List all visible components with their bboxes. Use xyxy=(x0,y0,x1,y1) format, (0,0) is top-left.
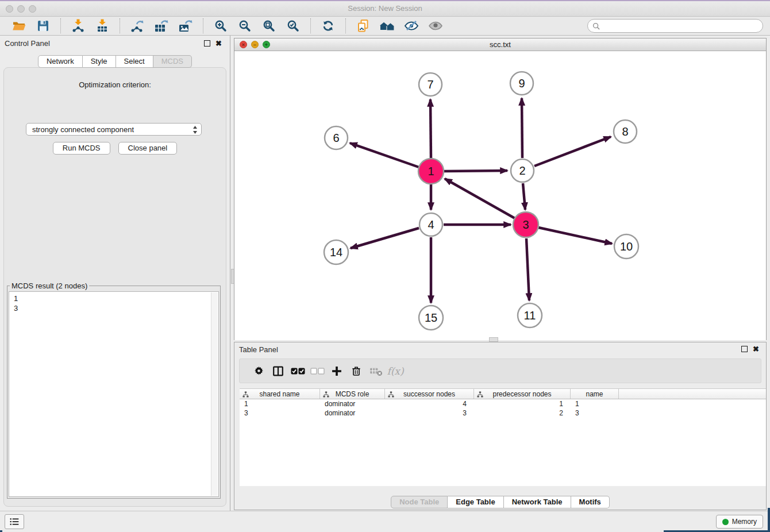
zoom-fit-button[interactable] xyxy=(260,18,278,34)
edge-3-1[interactable] xyxy=(445,179,515,218)
search-input[interactable] xyxy=(603,21,758,30)
svg-text:7: 7 xyxy=(427,78,433,91)
svg-text:11: 11 xyxy=(524,309,536,322)
column-tree-icon xyxy=(242,391,249,399)
zoom-out-button[interactable] xyxy=(236,18,254,34)
edge-2-9[interactable] xyxy=(522,98,522,158)
node-1[interactable]: 1 xyxy=(418,159,444,184)
cell-shared-name[interactable]: 3 xyxy=(240,408,320,418)
node-9[interactable]: 9 xyxy=(510,72,533,95)
network-close-button[interactable]: × xyxy=(240,41,247,48)
close-panel-button[interactable]: Close panel xyxy=(118,142,178,155)
edge-2-3[interactable] xyxy=(523,183,525,210)
clone-network-icon xyxy=(356,19,370,33)
table-settings-button[interactable] xyxy=(249,363,268,380)
column-header-successor-nodes[interactable]: successor nodes xyxy=(385,389,474,399)
cell-mcds-role[interactable]: dominator xyxy=(320,408,385,418)
edge-1-7[interactable] xyxy=(430,99,431,159)
cell-predecessor-nodes[interactable]: 1 xyxy=(474,399,571,408)
table-row[interactable]: 1dominator411 xyxy=(240,399,766,408)
delete-table-button[interactable] xyxy=(366,363,386,380)
node-15[interactable]: 15 xyxy=(419,306,443,330)
add-column-button[interactable] xyxy=(327,363,346,380)
tab-network-table[interactable]: Network Table xyxy=(504,496,571,508)
memory-button[interactable]: Memory xyxy=(716,515,763,529)
show-all-button[interactable] xyxy=(426,18,445,34)
table-panel-float-button[interactable] xyxy=(741,346,748,352)
column-header-predecessor-nodes[interactable]: predecessor nodes xyxy=(474,389,571,399)
table-header-row: shared nameMCDS rolesuccessor nodesprede… xyxy=(240,388,766,399)
tab-select[interactable]: Select xyxy=(116,55,153,68)
cell-predecessor-nodes[interactable]: 2 xyxy=(474,408,571,418)
zoom-selected-button[interactable] xyxy=(284,18,302,34)
deselect-all-checkboxes-button[interactable] xyxy=(307,363,327,380)
export-table-button[interactable] xyxy=(152,18,171,34)
export-image-button[interactable] xyxy=(176,18,195,34)
control-panel-float-button[interactable] xyxy=(204,40,210,47)
result-scrollbar[interactable] xyxy=(211,292,218,496)
edge-4-14[interactable] xyxy=(351,228,419,248)
edge-2-8[interactable] xyxy=(534,137,611,166)
svg-text:9: 9 xyxy=(518,77,525,90)
table-row[interactable]: 3dominator323 xyxy=(240,408,766,418)
column-header-name[interactable]: name xyxy=(571,389,619,399)
node-7[interactable]: 7 xyxy=(419,73,442,96)
tab-style[interactable]: Style xyxy=(83,55,116,68)
network-canvas[interactable]: 1234678910111415 xyxy=(234,51,766,340)
open-session-button[interactable] xyxy=(10,18,28,34)
hide-selected-button[interactable] xyxy=(402,18,421,34)
node-6[interactable]: 6 xyxy=(325,126,348,149)
control-panel-close-button[interactable]: ✖ xyxy=(215,40,222,47)
cell-successor-nodes[interactable]: 4 xyxy=(385,399,474,408)
tab-motifs[interactable]: Motifs xyxy=(571,496,610,508)
column-layout-button[interactable] xyxy=(268,363,288,380)
network-minimize-button[interactable]: − xyxy=(251,41,259,48)
application-window: Session: New Session Control Panel xyxy=(0,0,770,532)
cell-name[interactable]: 3 xyxy=(571,408,619,418)
column-header-shared-name[interactable]: shared name xyxy=(240,389,320,399)
mcds-result-group: MCDS result (2 nodes) 13 xyxy=(7,282,221,499)
node-2[interactable]: 2 xyxy=(511,159,534,182)
import-network-button[interactable] xyxy=(69,18,87,34)
column-header-mcds-role[interactable]: MCDS role xyxy=(320,389,385,399)
select-all-checkboxes-button[interactable] xyxy=(288,363,307,380)
cell-mcds-role[interactable]: dominator xyxy=(320,399,385,408)
delete-column-button[interactable] xyxy=(346,363,366,380)
edge-3-11[interactable] xyxy=(526,238,529,300)
run-mcds-button[interactable]: Run MCDS xyxy=(53,142,110,155)
cell-name[interactable]: 1 xyxy=(571,399,619,408)
save-session-button[interactable] xyxy=(34,18,52,34)
node-4[interactable]: 4 xyxy=(419,213,442,236)
horizontal-splitter-grip[interactable] xyxy=(489,337,498,342)
column-header-label: successor nodes xyxy=(403,390,455,398)
tab-mcds[interactable]: MCDS xyxy=(153,55,192,68)
refresh-view-button[interactable] xyxy=(319,18,337,34)
task-history-button[interactable] xyxy=(5,514,24,529)
home-layout-button[interactable] xyxy=(378,18,396,34)
tab-edge-table[interactable]: Edge Table xyxy=(448,496,503,508)
tab-network[interactable]: Network xyxy=(38,55,83,68)
function-builder-button[interactable]: f(x) xyxy=(386,363,405,380)
mcds-result-list[interactable]: 13 xyxy=(9,291,219,497)
node-3[interactable]: 3 xyxy=(513,212,538,237)
zoom-in-button[interactable] xyxy=(211,18,230,34)
cell-shared-name[interactable]: 1 xyxy=(240,399,320,408)
criterion-dropdown[interactable]: strongly connected component xyxy=(26,123,202,136)
edge-3-10[interactable] xyxy=(538,228,612,244)
node-11[interactable]: 11 xyxy=(518,303,542,327)
node-8[interactable]: 8 xyxy=(614,120,637,143)
cell-successor-nodes[interactable]: 3 xyxy=(385,408,474,418)
export-network-button[interactable] xyxy=(128,18,147,34)
import-table-button[interactable] xyxy=(93,18,111,34)
clone-network-button[interactable] xyxy=(354,18,372,34)
open-folder-icon xyxy=(11,19,26,33)
column-header-label: MCDS role xyxy=(336,390,369,398)
column-header-label: predecessor nodes xyxy=(492,390,551,398)
node-10[interactable]: 10 xyxy=(614,234,638,259)
edge-1-2[interactable] xyxy=(444,171,507,171)
tab-node-table[interactable]: Node Table xyxy=(391,496,448,508)
edge-1-6[interactable] xyxy=(350,143,419,167)
table-panel-close-button[interactable]: ✖ xyxy=(753,346,759,352)
node-14[interactable]: 14 xyxy=(324,240,348,264)
network-maximize-button[interactable]: + xyxy=(263,41,270,48)
